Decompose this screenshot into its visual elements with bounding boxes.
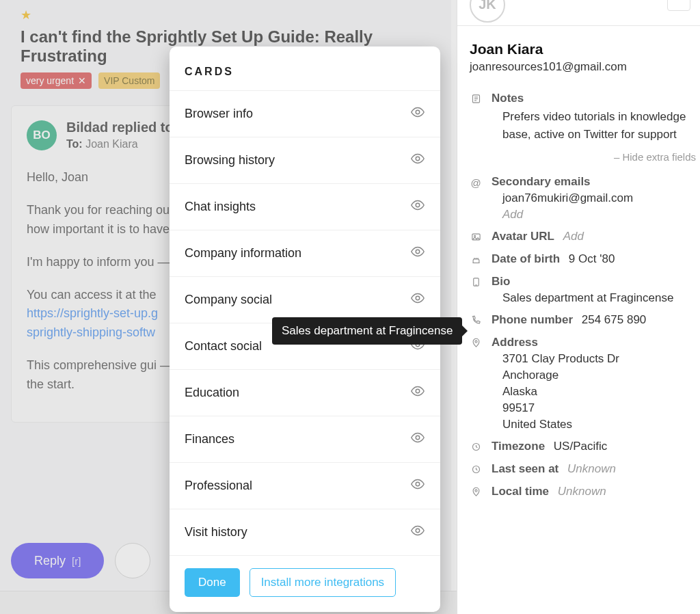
- card-label: Browsing history: [185, 153, 275, 168]
- visibility-toggle-icon[interactable]: [410, 105, 425, 123]
- clock-icon: [470, 442, 482, 454]
- add-avatar-url[interactable]: Add: [563, 230, 584, 243]
- phone-label: Phone number: [492, 313, 573, 326]
- card-label: Education: [185, 386, 239, 400]
- contact-avatar[interactable]: JK: [470, 0, 505, 23]
- svg-point-12: [416, 110, 420, 114]
- visibility-toggle-icon[interactable]: [410, 244, 425, 263]
- card-row[interactable]: Browser info: [170, 90, 440, 137]
- timezone-label: Timezone: [492, 440, 545, 453]
- add-secondary-email[interactable]: Add: [492, 208, 700, 222]
- contact-email[interactable]: joanresources101@gmail.com: [470, 60, 700, 74]
- card-label: Company social: [185, 293, 272, 307]
- lastseen-label: Last seen at: [492, 462, 558, 475]
- clock-icon: [470, 464, 482, 477]
- phone-icon: [470, 315, 482, 328]
- contact-sidebar: JK Joan Kiara joanresources101@gmail.com…: [457, 0, 700, 614]
- visibility-toggle-icon[interactable]: [410, 523, 425, 542]
- bio-label: Bio: [492, 275, 510, 288]
- bio-value[interactable]: Sales department at Fragincense: [492, 291, 700, 305]
- image-icon: [470, 232, 482, 244]
- visibility-toggle-icon[interactable]: [410, 430, 425, 449]
- contact-name: Joan Kiara: [470, 41, 700, 57]
- svg-point-16: [416, 296, 420, 300]
- dob-label: Date of birth: [492, 252, 560, 265]
- card-row[interactable]: Company social: [170, 276, 440, 323]
- svg-point-21: [416, 529, 420, 533]
- address-line[interactable]: Anchorage: [492, 369, 700, 382]
- svg-point-14: [416, 203, 420, 207]
- card-label: Chat insights: [185, 200, 256, 214]
- svg-point-11: [474, 490, 476, 492]
- card-label: Browser info: [185, 107, 253, 121]
- svg-point-8: [474, 341, 476, 343]
- lastseen-value[interactable]: Unknown: [567, 462, 616, 475]
- localtime-label: Local time: [492, 485, 549, 498]
- svg-point-13: [416, 157, 420, 161]
- card-row[interactable]: Professional: [170, 462, 440, 509]
- address-line[interactable]: Alaska: [492, 385, 700, 399]
- card-label: Visit history: [185, 525, 247, 539]
- card-label: Finances: [185, 432, 234, 446]
- email-icon: @: [470, 177, 482, 189]
- visibility-toggle-icon[interactable]: [410, 198, 425, 216]
- card-row[interactable]: Visit history: [170, 509, 440, 555]
- phone-value[interactable]: 254 675 890: [582, 313, 647, 326]
- svg-point-19: [416, 436, 420, 440]
- card-label: Company information: [185, 246, 301, 261]
- bio-tooltip: Sales department at Fragincense: [272, 317, 462, 345]
- svg-point-20: [416, 482, 420, 486]
- notes-icon: [470, 94, 482, 106]
- svg-point-18: [416, 389, 420, 393]
- svg-point-5: [474, 235, 475, 237]
- secondary-emails-label: Secondary emails: [492, 175, 591, 188]
- address-line[interactable]: 3701 Clay Products Dr: [492, 352, 700, 366]
- localtime-value[interactable]: Unknown: [558, 485, 606, 498]
- avatar-url-label: Avatar URL: [492, 230, 554, 243]
- dob-value[interactable]: 9 Oct '80: [569, 252, 615, 265]
- card-label: Professional: [185, 479, 252, 493]
- done-button[interactable]: Done: [185, 568, 240, 597]
- cake-icon: [470, 254, 482, 267]
- address-line[interactable]: 99517: [492, 401, 700, 415]
- secondary-email-value[interactable]: joan76mukiri@gmail.com: [492, 191, 700, 205]
- card-label: Contact social: [185, 339, 262, 353]
- visibility-toggle-icon[interactable]: [410, 151, 425, 170]
- visibility-toggle-icon[interactable]: [410, 384, 425, 402]
- address-line[interactable]: United States: [492, 418, 700, 431]
- timezone-value[interactable]: US/Pacific: [554, 440, 607, 453]
- card-row[interactable]: Finances: [170, 416, 440, 462]
- notes-label: Notes: [492, 92, 524, 105]
- visibility-toggle-icon[interactable]: [410, 477, 425, 495]
- sidebar-action-box[interactable]: [667, 0, 690, 11]
- card-row[interactable]: Browsing history: [170, 137, 440, 183]
- location-icon: [470, 338, 482, 350]
- notes-text[interactable]: Prefers video tutorials in knowledge bas…: [492, 108, 700, 143]
- location-icon: [470, 487, 482, 499]
- card-row[interactable]: Chat insights: [170, 183, 440, 230]
- install-integrations-button[interactable]: Install more integrations: [250, 568, 396, 597]
- card-row[interactable]: Company information: [170, 230, 440, 276]
- card-row[interactable]: Education: [170, 369, 440, 416]
- address-label: Address: [492, 336, 538, 349]
- svg-point-15: [416, 250, 420, 254]
- visibility-toggle-icon[interactable]: [410, 291, 425, 309]
- hide-extra-fields-link[interactable]: – Hide extra fields: [470, 151, 700, 163]
- bio-icon: [470, 277, 482, 289]
- modal-title: CARDS: [170, 46, 440, 90]
